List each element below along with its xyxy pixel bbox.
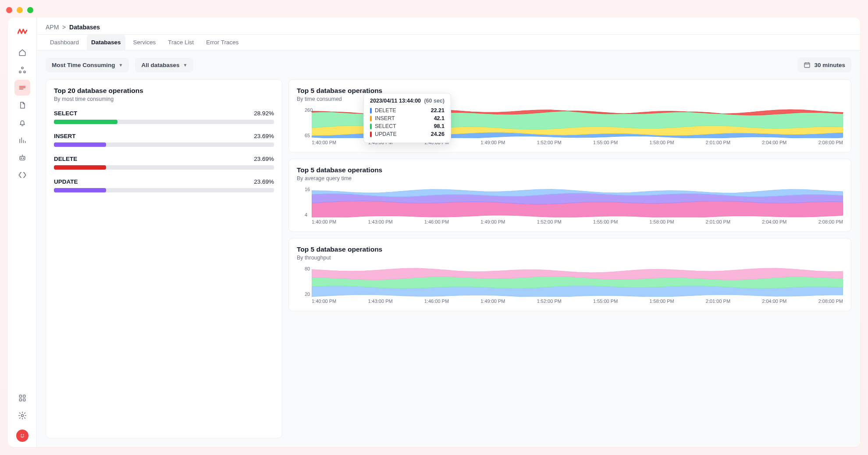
toolbar: Most Time Consuming ▼ All databases ▼ 30… bbox=[37, 50, 860, 79]
svg-point-10 bbox=[21, 415, 23, 417]
chart-icon[interactable] bbox=[14, 132, 30, 148]
x-tick: 2:04:00 PM bbox=[762, 140, 786, 145]
tooltip-series-name: DELETE bbox=[375, 107, 396, 114]
file-icon[interactable] bbox=[14, 97, 30, 113]
tab-trace-list[interactable]: Trace List bbox=[164, 35, 198, 50]
x-tick: 1:58:00 PM bbox=[649, 299, 674, 304]
nodes-icon[interactable] bbox=[14, 62, 30, 78]
maximize-window-icon[interactable] bbox=[27, 7, 33, 13]
y-tick: 16 bbox=[305, 187, 310, 192]
x-tick: 1:55:00 PM bbox=[593, 219, 618, 224]
x-tick: 1:52:00 PM bbox=[537, 140, 562, 145]
tooltip-span: (60 sec) bbox=[424, 98, 445, 104]
apps-icon[interactable] bbox=[14, 390, 30, 406]
brain-icon[interactable] bbox=[14, 167, 30, 183]
svg-rect-6 bbox=[19, 395, 21, 397]
panel-title: Top 5 database operations bbox=[297, 166, 843, 174]
x-tick: 1:40:00 PM bbox=[312, 219, 336, 224]
database-filter-label: All databases bbox=[141, 62, 179, 68]
tooltip-series-value: 98.1 bbox=[434, 123, 445, 129]
breadcrumb: APM > Databases bbox=[37, 18, 860, 35]
app-window: APM > Databases DashboardDatabasesServic… bbox=[8, 18, 860, 447]
svg-point-5 bbox=[23, 158, 24, 159]
breadcrumb-separator: > bbox=[60, 24, 69, 31]
robot-icon[interactable] bbox=[14, 150, 30, 166]
x-tick: 1:43:00 PM bbox=[368, 299, 392, 304]
tab-databases[interactable]: Databases bbox=[87, 35, 125, 50]
breadcrumb-current: Databases bbox=[69, 24, 100, 31]
x-tick: 1:55:00 PM bbox=[593, 140, 618, 145]
x-tick: 1:49:00 PM bbox=[480, 140, 505, 145]
x-tick: 2:04:00 PM bbox=[762, 299, 786, 304]
operation-row[interactable]: DELETE23.69% bbox=[54, 156, 274, 170]
operation-row[interactable]: INSERT23.69% bbox=[54, 133, 274, 147]
tab-dashboard[interactable]: Dashboard bbox=[46, 35, 83, 50]
tooltip-series-name: INSERT bbox=[375, 115, 395, 121]
x-tick: 2:08:00 PM bbox=[818, 219, 843, 224]
operation-bar bbox=[54, 120, 274, 124]
sort-dropdown[interactable]: Most Time Consuming ▼ bbox=[46, 58, 129, 72]
calendar-icon bbox=[804, 61, 811, 68]
operation-bar bbox=[54, 165, 274, 170]
svg-point-1 bbox=[19, 71, 21, 73]
body: Top 20 database operations By most time … bbox=[37, 79, 860, 447]
x-tick: 1:52:00 PM bbox=[537, 299, 562, 304]
panel-subtitle: By most time consuming bbox=[54, 96, 274, 102]
chart-area[interactable]: 8020 bbox=[297, 266, 843, 297]
x-tick: 2:04:00 PM bbox=[762, 219, 786, 224]
svg-point-2 bbox=[23, 71, 25, 73]
panel-chart: Top 5 database operationsBy time consume… bbox=[288, 79, 851, 153]
svg-point-12 bbox=[23, 434, 24, 435]
x-tick: 1:40:00 PM bbox=[312, 140, 336, 145]
x-tick: 1:46:00 PM bbox=[424, 219, 449, 224]
operation-percent: 28.92% bbox=[254, 110, 274, 117]
chart-area[interactable]: 164 bbox=[297, 187, 843, 217]
time-range-dropdown[interactable]: 30 minutes bbox=[797, 57, 851, 72]
minimize-window-icon[interactable] bbox=[17, 7, 23, 13]
panel-title: Top 5 database operations bbox=[297, 245, 843, 253]
gear-icon[interactable] bbox=[14, 408, 30, 423]
tooltip-row: DELETE22.21 bbox=[370, 107, 445, 114]
x-tick: 2:01:00 PM bbox=[706, 140, 730, 145]
operation-row[interactable]: UPDATE23.69% bbox=[54, 178, 274, 192]
panel-subtitle: By throughput bbox=[297, 255, 843, 261]
tab-services[interactable]: Services bbox=[129, 35, 160, 50]
database-filter-dropdown[interactable]: All databases ▼ bbox=[135, 58, 193, 72]
avatar[interactable] bbox=[16, 430, 28, 442]
time-range-label: 30 minutes bbox=[814, 62, 845, 68]
bell-icon[interactable] bbox=[14, 115, 30, 131]
operation-label: DELETE bbox=[54, 156, 77, 162]
x-tick: 1:58:00 PM bbox=[649, 140, 674, 145]
operation-bar bbox=[54, 188, 274, 192]
apm-icon[interactable] bbox=[14, 80, 30, 96]
tooltip-row: UPDATE24.26 bbox=[370, 130, 445, 138]
close-window-icon[interactable] bbox=[6, 7, 12, 13]
tooltip-row: INSERT42.1 bbox=[370, 114, 445, 122]
operation-percent: 23.69% bbox=[254, 156, 274, 162]
sidebar bbox=[8, 18, 37, 447]
svg-point-4 bbox=[21, 158, 21, 159]
x-tick: 1:46:00 PM bbox=[424, 299, 449, 304]
tooltip-row: SELECT98.1 bbox=[370, 122, 445, 130]
x-tick: 2:08:00 PM bbox=[818, 140, 843, 145]
operation-row[interactable]: SELECT28.92% bbox=[54, 110, 274, 124]
main-content: APM > Databases DashboardDatabasesServic… bbox=[37, 18, 860, 447]
svg-point-11 bbox=[21, 434, 21, 435]
operation-percent: 23.69% bbox=[254, 133, 274, 139]
brand-logo[interactable] bbox=[18, 25, 27, 37]
svg-rect-7 bbox=[23, 395, 25, 397]
x-tick: 1:43:00 PM bbox=[368, 219, 392, 224]
panel-title: Top 20 database operations bbox=[54, 87, 274, 95]
tooltip-series-value: 24.26 bbox=[431, 131, 445, 137]
tooltip-series-value: 42.1 bbox=[434, 115, 445, 121]
chevron-down-icon: ▼ bbox=[183, 63, 187, 68]
tab-error-traces[interactable]: Error Traces bbox=[202, 35, 243, 50]
svg-point-0 bbox=[21, 67, 23, 69]
home-icon[interactable] bbox=[14, 45, 30, 60]
x-axis: 1:40:00 PM1:43:00 PM1:46:00 PM1:49:00 PM… bbox=[297, 299, 843, 304]
breadcrumb-root[interactable]: APM bbox=[46, 24, 59, 31]
operation-label: SELECT bbox=[54, 110, 77, 117]
x-tick: 2:08:00 PM bbox=[818, 299, 843, 304]
operation-label: UPDATE bbox=[54, 178, 78, 185]
svg-rect-9 bbox=[23, 399, 25, 401]
